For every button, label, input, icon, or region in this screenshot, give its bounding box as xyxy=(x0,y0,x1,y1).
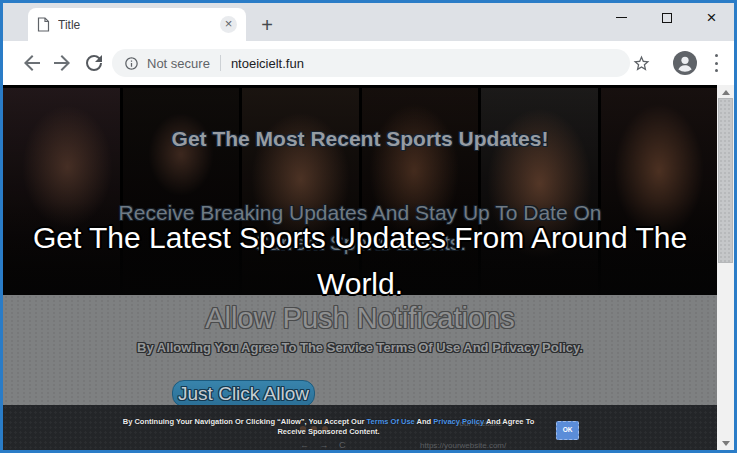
profile-avatar-icon[interactable] xyxy=(673,51,697,75)
menu-dots-icon[interactable] xyxy=(712,54,720,72)
bookmark-star-icon[interactable] xyxy=(632,54,651,73)
document-icon xyxy=(37,17,50,32)
page-scrollbar[interactable] xyxy=(717,85,734,450)
security-label: Not secure xyxy=(147,56,210,71)
consent-footer-bar: Your Website ← → C https://yourwebsite.c… xyxy=(3,405,717,450)
scroll-up-button[interactable] xyxy=(717,85,734,99)
page-viewport: Get The Most Recent Sports Updates! Rece… xyxy=(3,85,734,450)
fine-print-between: And xyxy=(415,417,433,426)
maximize-button[interactable] xyxy=(644,3,689,32)
tab-strip: Title × + × xyxy=(3,3,734,41)
close-button[interactable]: × xyxy=(689,3,734,32)
scroll-down-button[interactable] xyxy=(717,436,734,450)
close-icon: × xyxy=(707,9,717,26)
minimize-icon xyxy=(616,17,627,18)
allow-notifications-subtitle: By Allowing You Agree To The Service Ter… xyxy=(3,340,717,355)
minimize-button[interactable] xyxy=(599,3,644,32)
terms-of-use-link[interactable]: Terms Of Use xyxy=(367,417,415,426)
tab-title: Title xyxy=(58,18,220,32)
ghost-url-text: https://yourwebsite.com/ xyxy=(420,441,506,450)
maximize-icon xyxy=(662,13,672,23)
main-headline: Get The Latest Sports Updates From Aroun… xyxy=(3,215,717,307)
new-tab-button[interactable]: + xyxy=(253,12,281,40)
url-text: ntoeicielt.fun xyxy=(231,56,304,71)
back-icon[interactable] xyxy=(20,51,44,75)
privacy-policy-link[interactable]: Privacy Policy xyxy=(433,417,484,426)
just-click-allow-button[interactable]: Just Click Allow xyxy=(172,380,315,407)
scroll-down-icon xyxy=(722,441,730,446)
consent-fine-print: By Continuing Your Navigation Or Clickin… xyxy=(116,417,541,437)
browser-window: Title × + × Not secure ntoeicielt.fun xyxy=(0,0,737,453)
refresh-icon[interactable] xyxy=(82,51,106,75)
fine-print-before: By Continuing Your Navigation Or Clickin… xyxy=(123,417,367,426)
browser-tab[interactable]: Title × xyxy=(28,8,246,41)
browser-toolbar: Not secure ntoeicielt.fun xyxy=(3,41,734,85)
url-divider xyxy=(220,55,221,71)
tab-close-icon[interactable]: × xyxy=(220,16,237,33)
scrollbar-thumb[interactable] xyxy=(718,98,733,263)
window-controls: × xyxy=(599,3,734,32)
forward-icon[interactable] xyxy=(50,51,74,75)
scroll-up-icon xyxy=(722,90,730,95)
ghost-nav-icons: ← → C xyxy=(300,440,350,450)
hero-tagline: Get The Most Recent Sports Updates! xyxy=(3,127,717,151)
page-content: Get The Most Recent Sports Updates! Rece… xyxy=(3,85,717,450)
info-icon[interactable] xyxy=(124,56,139,71)
address-bar[interactable]: Not secure ntoeicielt.fun xyxy=(112,49,630,77)
push-notification-panel: Allow Push Notifications By Allowing You… xyxy=(3,295,717,405)
ok-button[interactable]: OK xyxy=(556,421,579,440)
